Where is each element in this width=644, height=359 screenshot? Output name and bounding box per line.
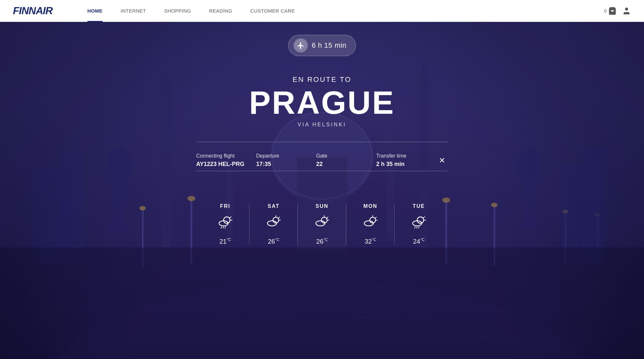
weather-sun-label: SUN <box>316 203 328 209</box>
weather-tue-icon <box>411 214 427 232</box>
nav-menu: HOME INTERNET SHOPPING READING CUSTOMER … <box>78 0 604 22</box>
weather-day-mon: MON 32°C <box>346 203 395 245</box>
cart-count: 0 <box>604 8 607 14</box>
departure-value: 17:35 <box>256 161 316 168</box>
destination-area: EN ROUTE TO PRAGUE VIA HELSINKI <box>249 75 395 128</box>
svg-point-36 <box>224 217 230 223</box>
navbar: FINNAIR HOME INTERNET SHOPPING READING C… <box>0 0 644 22</box>
flight-time-pill: 6 h 15 min <box>288 35 356 56</box>
cart-icon <box>608 6 617 15</box>
svg-line-44 <box>278 217 280 218</box>
navbar-right: 0 <box>604 6 631 15</box>
svg-line-49 <box>327 217 328 218</box>
weather-sun-icon <box>314 214 330 232</box>
flight-info-row: Connecting flight AY1223 HEL-PRG Departu… <box>196 150 448 171</box>
svg-line-64 <box>418 227 419 228</box>
logo[interactable]: FINNAIR <box>13 5 53 17</box>
svg-line-41 <box>223 227 224 228</box>
svg-line-42 <box>225 227 226 228</box>
weather-sat-label: SAT <box>268 203 280 209</box>
weather-sun-temp: 26°C <box>316 238 328 245</box>
connecting-flight-value: AY1223 HEL-PRG <box>196 161 256 168</box>
svg-line-40 <box>221 227 222 228</box>
plane-circle <box>294 38 308 53</box>
weather-day-sat: SAT 26°C <box>249 203 298 245</box>
svg-point-58 <box>417 217 424 223</box>
nav-item-shopping[interactable]: SHOPPING <box>155 0 200 22</box>
nav-item-reading[interactable]: READING <box>200 0 241 22</box>
svg-rect-35 <box>0 247 644 359</box>
top-divider <box>196 142 448 142</box>
transfer-label: Transfer time <box>376 153 436 159</box>
en-route-label: EN ROUTE TO <box>249 75 395 84</box>
weather-sat-icon <box>266 214 282 232</box>
weather-mon-temp: 32°C <box>365 238 376 245</box>
weather-mon-label: MON <box>363 203 377 209</box>
weather-tue-temp: 24°C <box>413 238 425 245</box>
hero-content: 6 h 15 min EN ROUTE TO PRAGUE VIA HELSIN… <box>0 22 644 245</box>
hero-section: 6 h 15 min EN ROUTE TO PRAGUE VIA HELSIN… <box>0 22 644 359</box>
destination-city: PRAGUE <box>249 86 395 119</box>
svg-line-37 <box>229 217 231 218</box>
user-icon[interactable] <box>622 6 631 15</box>
weather-day-tue: TUE 24°C <box>395 203 443 245</box>
weather-fri-label: FRI <box>220 203 230 209</box>
svg-line-62 <box>415 227 415 228</box>
weather-sat-temp: 26°C <box>268 238 279 245</box>
plane-icon <box>297 42 305 49</box>
transfer-col: Transfer time 2 h 35 min <box>376 153 436 168</box>
transfer-value: 2 h 35 min <box>376 161 436 168</box>
bottom-divider <box>196 171 448 171</box>
svg-line-54 <box>375 217 377 218</box>
nav-item-home[interactable]: HOME <box>78 0 112 22</box>
weather-tue-label: TUE <box>413 203 425 209</box>
weather-fri-temp: 21°C <box>219 238 231 245</box>
via-label: VIA HELSINKI <box>249 122 395 128</box>
gate-value: 22 <box>316 161 376 168</box>
cart-area[interactable]: 0 <box>604 6 617 15</box>
departure-col: Departure 17:35 <box>256 153 316 168</box>
gate-col: Gate 22 <box>316 153 376 168</box>
gate-label: Gate <box>316 153 376 159</box>
connecting-flight-col: Connecting flight AY1223 HEL-PRG <box>196 153 256 168</box>
close-button[interactable]: ✕ <box>436 155 448 166</box>
weather-row: FRI 21°C <box>201 203 443 245</box>
weather-mon-icon <box>362 214 378 232</box>
flight-time-text: 6 h 15 min <box>312 41 347 50</box>
weather-fri-icon <box>217 214 233 232</box>
connecting-flight-label: Connecting flight <box>196 153 256 159</box>
weather-day-sun: SUN 26°C <box>298 203 346 245</box>
svg-line-59 <box>423 217 425 218</box>
svg-line-63 <box>417 227 417 228</box>
nav-item-customer-care[interactable]: CUSTOMER CARE <box>241 0 304 22</box>
nav-item-internet[interactable]: INTERNET <box>112 0 155 22</box>
weather-day-fri: FRI 21°C <box>201 203 249 245</box>
departure-label: Departure <box>256 153 316 159</box>
